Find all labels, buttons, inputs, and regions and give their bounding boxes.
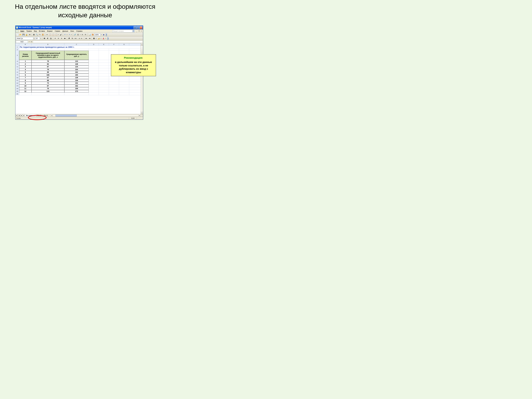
cell[interactable] [64, 49, 89, 51]
close-button[interactable]: × [140, 26, 142, 29]
cell[interactable] [99, 49, 109, 51]
row-header[interactable]: 9 [15, 74, 19, 76]
cell-region[interactable]: 3 [19, 65, 32, 68]
copy-icon[interactable]: 📋 [49, 33, 52, 36]
cell[interactable] [109, 82, 119, 84]
currency-icon[interactable]: ₽ [68, 37, 71, 40]
autosum-dropdown-icon[interactable]: ▼ [80, 34, 81, 35]
cell[interactable] [109, 76, 119, 79]
cell[interactable] [89, 93, 99, 95]
sort-asc-icon[interactable]: А↓ [81, 33, 84, 36]
cell[interactable] [99, 87, 109, 90]
cell-region[interactable]: 5 [19, 71, 32, 74]
font-color-dropdown-icon[interactable]: ▼ [105, 38, 107, 39]
cell-minimum[interactable]: 67 [32, 76, 64, 79]
hyperlink-icon[interactable]: 🔗 [74, 33, 76, 36]
align-right-icon[interactable]: ≡ [60, 37, 63, 40]
new-icon[interactable]: 📄 [16, 33, 19, 36]
menu-edit[interactable]: Правка [25, 30, 33, 32]
cell-salary[interactable]: 162 [64, 71, 89, 74]
cell-minimum[interactable]: 106 [32, 74, 64, 76]
col-header-region[interactable]: Номер региона [19, 51, 32, 60]
cell[interactable] [99, 90, 109, 93]
percent-icon[interactable]: % [71, 37, 74, 40]
cell-minimum[interactable]: 76 [32, 87, 64, 90]
italic-button[interactable]: К [46, 37, 49, 40]
cell[interactable] [19, 49, 32, 51]
sheet-title[interactable]: По территориям региона приводятся данные… [19, 46, 129, 48]
cell-minimum[interactable]: 87 [32, 65, 64, 68]
cell-minimum[interactable]: 82 [32, 63, 64, 65]
font-name-input[interactable]: Arial Cyr [16, 37, 33, 40]
vertical-scrollbar[interactable]: ▲ ▼ [141, 43, 143, 114]
workbook-close-button[interactable]: × [140, 30, 142, 32]
cell-salary[interactable]: 152 [64, 82, 89, 84]
cell-region[interactable]: 7 [19, 76, 32, 79]
sheet-tab[interactable]: Лист2 [36, 114, 43, 117]
fill-dropdown-icon[interactable]: ▼ [101, 38, 102, 39]
select-all-corner[interactable] [15, 43, 19, 45]
cell-region[interactable]: 9 [19, 82, 32, 84]
align-center-icon[interactable]: ≡ [57, 37, 60, 40]
col-header-salary[interactable]: Среднедневная зарплата, руб., y [64, 51, 89, 60]
col-header-A[interactable]: A [19, 43, 32, 45]
zoom-dropdown-icon[interactable]: ▼ [101, 34, 102, 35]
size-dropdown-icon[interactable]: ▼ [40, 38, 42, 39]
print-icon[interactable]: 🖶 [32, 33, 35, 36]
menu-window[interactable]: Окно [69, 30, 75, 32]
row-header[interactable]: 5 [15, 63, 19, 65]
cell-minimum[interactable]: 88 [32, 79, 64, 82]
increase-indent-icon[interactable]: ⇥ [88, 37, 91, 40]
help-drop-icon[interactable]: ▼ [133, 30, 134, 32]
paste-dropdown-icon[interactable]: ▼ [58, 34, 59, 35]
cell[interactable] [89, 68, 99, 71]
cell[interactable] [119, 90, 129, 93]
workbook-minimize-button[interactable]: _ [136, 30, 138, 32]
row-header[interactable]: 7 [15, 68, 19, 71]
underline-button[interactable]: Ч [49, 37, 52, 40]
autosum-icon[interactable]: Σ [77, 33, 80, 36]
cell[interactable] [119, 49, 129, 51]
menu-insert[interactable]: Вставка [38, 30, 46, 32]
cell-minimum[interactable]: 115 [32, 90, 64, 93]
cell-salary[interactable]: 173 [64, 90, 89, 93]
cell-minimum[interactable]: 89 [32, 71, 64, 74]
cell[interactable] [99, 71, 109, 74]
cell[interactable] [89, 65, 99, 68]
cell-region[interactable]: 1 [19, 60, 32, 63]
cell[interactable] [99, 93, 109, 95]
bold-button[interactable]: Ж [43, 37, 46, 40]
col-header-G[interactable]: G [119, 43, 129, 45]
cell[interactable] [89, 76, 99, 79]
cell[interactable] [99, 65, 109, 68]
cell[interactable] [119, 93, 129, 95]
tab-last-icon[interactable]: ⏭ [23, 114, 25, 117]
cell[interactable] [109, 79, 119, 82]
cell-region[interactable]: 11 [19, 87, 32, 90]
maximize-button[interactable]: □ [137, 26, 139, 29]
row-header[interactable]: 10 [15, 76, 19, 79]
cell-salary[interactable]: 148 [64, 63, 89, 65]
name-box[interactable]: H23 [16, 41, 28, 43]
cell[interactable] [89, 71, 99, 74]
increase-decimal-icon[interactable]: ←.0 [77, 37, 80, 40]
cell[interactable] [89, 60, 99, 63]
cell-salary[interactable]: 162 [64, 85, 89, 87]
cell[interactable] [109, 93, 119, 95]
toolbar-options-icon[interactable]: ▾ [107, 37, 109, 40]
help-search-input[interactable]: Введите вопрос [112, 30, 132, 32]
open-icon[interactable]: 📂 [19, 33, 22, 36]
cell-minimum[interactable]: 79 [32, 68, 64, 71]
cell[interactable] [32, 93, 64, 95]
research-icon[interactable]: 📔 [42, 33, 44, 36]
cell[interactable] [89, 85, 99, 87]
sheet-tab[interactable]: Лист3 [42, 114, 49, 117]
cell-salary[interactable]: 154 [64, 68, 89, 71]
cell-salary[interactable]: 158 [64, 79, 89, 82]
row-header[interactable]: 13 [15, 85, 19, 87]
align-left-icon[interactable]: ≡ [54, 37, 57, 40]
menu-tools[interactable]: Сервис [54, 30, 61, 32]
cell-region[interactable]: 8 [19, 79, 32, 82]
tab-first-icon[interactable]: ⏮ [15, 114, 18, 117]
cell[interactable] [89, 79, 99, 82]
